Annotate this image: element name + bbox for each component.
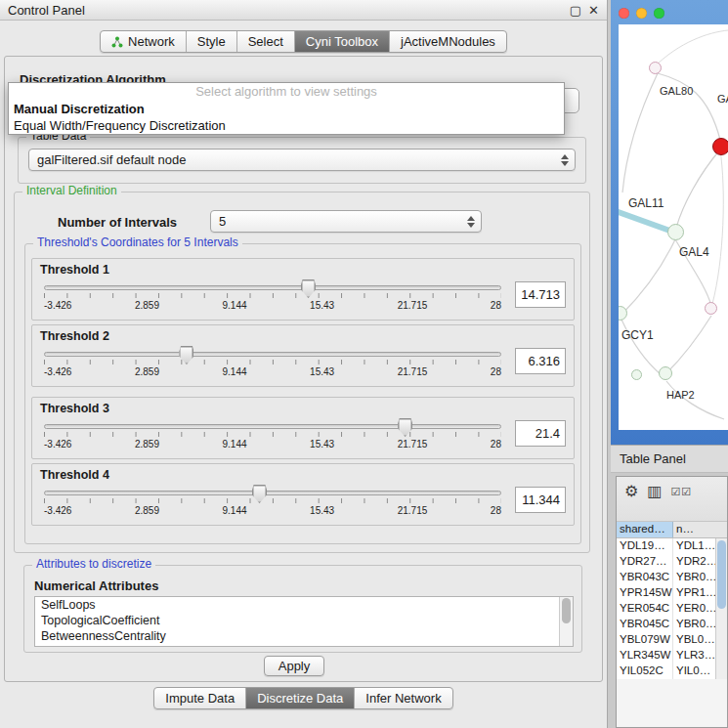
tab-network[interactable]: Network <box>101 31 187 52</box>
threshold-1-panel: Threshold 1 -3.4262.8599.14415.4321.7152… <box>31 258 575 321</box>
tab-select[interactable]: Select <box>237 31 295 52</box>
threshold-2-value-field[interactable]: 6.316 <box>515 348 566 374</box>
table-row[interactable]: YER054CYER0… <box>617 601 727 617</box>
dropdown-placeholder: Select algorithm to view settings <box>9 83 564 101</box>
threshold-4-panel: Threshold 4 -3.4262.8599.14415.4321.7152… <box>31 463 575 526</box>
threshold-4-label: Threshold 4 <box>40 468 566 482</box>
list-item[interactable]: BetweennessCentrality <box>35 628 573 644</box>
node-label: HAP2 <box>666 389 695 401</box>
tab-discretize-data[interactable]: Discretize Data <box>246 688 355 708</box>
table-scrollbar[interactable] <box>715 538 727 679</box>
attributes-list[interactable]: SelfLoops TopologicalCoefficient Between… <box>34 596 574 647</box>
table-header-row: shared… n… <box>617 522 727 538</box>
column-header-name[interactable]: n… <box>673 522 727 537</box>
table-panel-header: Table Panel <box>611 445 728 473</box>
bottom-tab-bar: Impute Data Discretize Data Infer Networ… <box>0 687 607 709</box>
list-item[interactable]: TopologicalCoefficient <box>35 613 573 628</box>
titlebar: Control Panel ▢ ✕ <box>0 0 607 21</box>
columns-icon[interactable]: ▥ <box>647 483 662 500</box>
interval-definition-title: Interval Definition <box>22 184 121 197</box>
table-panel-window: ⚙ ▥ ☑☑ shared… n… YDL19…YDL1… YDR27…YDR2… <box>616 476 728 728</box>
highlighted-network-node[interactable] <box>712 138 728 155</box>
scrollbar-thumb[interactable] <box>717 540 726 609</box>
threshold-3-value-field[interactable]: 21.4 <box>515 420 566 447</box>
slider-scale: -3.4262.8599.14415.4321.71528 <box>44 439 501 450</box>
attributes-group-title: Attributes to discretize <box>32 557 155 571</box>
threshold-4-slider[interactable] <box>44 491 501 495</box>
top-tab-bar: Network Style Select Cyni Toolbox jActiv… <box>0 30 607 53</box>
threshold-1-value-field[interactable]: 14.713 <box>515 281 566 308</box>
table-data-combobox[interactable]: galFiltered.sif default node <box>28 149 576 171</box>
node-label: GAL80 <box>660 85 693 97</box>
select-checkbox-icon[interactable]: ☑☑ <box>670 483 692 500</box>
interval-definition-group: Interval Definition Number of Intervals … <box>14 192 590 553</box>
control-panel-window: Control Panel ▢ ✕ Network Style Select C… <box>0 0 608 728</box>
tab-infer-network[interactable]: Infer Network <box>355 688 451 708</box>
list-item[interactable]: SelfLoops <box>35 597 573 613</box>
node-label: GAL4 <box>679 245 709 259</box>
scrollbar-thumb[interactable] <box>562 598 571 623</box>
numerical-attributes-label: Numerical Attributes <box>34 578 158 593</box>
column-header-shared-name[interactable]: shared… <box>617 522 673 537</box>
threshold-4-value-field[interactable]: 11.344 <box>515 487 566 513</box>
traffic-lights <box>619 8 664 19</box>
thresholds-group: Threshold's Coordinates for 5 Intervals … <box>24 243 581 544</box>
gear-icon[interactable]: ⚙ <box>624 483 638 500</box>
threshold-3-slider[interactable] <box>44 424 501 429</box>
table-row[interactable]: YBL079WYBL0… <box>617 632 727 648</box>
threshold-2-panel: Threshold 2 -3.4262.8599.14415.4321.7152… <box>31 324 575 387</box>
network-node[interactable] <box>631 369 642 380</box>
table-toolbar: ⚙ ▥ ☑☑ <box>617 477 727 522</box>
close-icon[interactable]: ✕ <box>588 4 599 17</box>
network-node[interactable] <box>705 302 717 315</box>
table-row[interactable]: YPR145WYPR1… <box>617 585 727 601</box>
node-label: GCY1 <box>621 328 654 342</box>
tab-style[interactable]: Style <box>187 31 237 52</box>
table-row[interactable]: YLR345WYLR3… <box>617 648 727 664</box>
tab-jactivemnodules[interactable]: jActiveMNodules <box>390 31 506 52</box>
table-row[interactable]: YBR045CYBR0… <box>617 617 727 632</box>
network-node[interactable] <box>659 366 672 380</box>
network-canvas[interactable]: GAL80 GA GAL11 GAL4 GCY1 HAP2 <box>619 24 728 430</box>
slider-ticks <box>44 498 501 503</box>
network-node[interactable] <box>649 62 662 74</box>
slider-ticks <box>44 432 501 437</box>
table-row[interactable]: YIL052CYIL0… <box>617 664 727 679</box>
node-label: GAL11 <box>628 196 664 210</box>
close-traffic-icon[interactable] <box>619 8 629 19</box>
table-data-group: Table Data galFiltered.sif default node <box>18 137 586 184</box>
restore-icon[interactable]: ▢ <box>570 4 581 17</box>
window-title: Control Panel <box>8 3 85 18</box>
combo-stepper-icon <box>561 150 569 170</box>
slider-ticks <box>44 360 501 364</box>
tab-cyni-toolbox[interactable]: Cyni Toolbox <box>295 31 390 52</box>
threshold-2-slider[interactable] <box>44 352 501 357</box>
table-row[interactable]: YDR27…YDR2… <box>617 554 727 570</box>
slider-scale: -3.4262.8599.14415.4321.71528 <box>44 366 501 377</box>
tab-impute-data[interactable]: Impute Data <box>154 688 246 708</box>
algorithm-dropdown-popup: Select algorithm to view settings Manual… <box>8 82 565 135</box>
attributes-scrollbar[interactable] <box>559 597 573 646</box>
number-of-intervals-combobox[interactable]: 5 <box>210 210 482 233</box>
dropdown-option-manual[interactable]: Manual Discretization <box>9 101 564 117</box>
table-panel-title: Table Panel <box>620 451 686 466</box>
slider-scale: -3.4262.8599.14415.4321.71528 <box>44 300 501 311</box>
table-row[interactable]: YBR043CYBR0… <box>617 570 727 585</box>
threshold-1-slider[interactable] <box>44 285 501 290</box>
threshold-2-label: Threshold 2 <box>40 329 566 343</box>
network-node[interactable] <box>667 224 684 240</box>
thresholds-group-title: Threshold's Coordinates for 5 Intervals <box>33 236 242 249</box>
combo-stepper-icon <box>467 211 475 232</box>
table-row[interactable]: YDL19…YDL1… <box>617 538 727 554</box>
zoom-traffic-icon[interactable] <box>654 8 664 19</box>
minimize-traffic-icon[interactable] <box>636 8 647 19</box>
node-label: GA <box>717 93 728 105</box>
apply-button[interactable]: Apply <box>264 656 324 676</box>
threshold-3-panel: Threshold 3 -3.4262.8599.14415.4321.7152… <box>31 397 575 459</box>
threshold-1-label: Threshold 1 <box>40 263 566 277</box>
threshold-3-label: Threshold 3 <box>40 402 566 415</box>
slider-ticks <box>44 293 501 298</box>
number-of-intervals-label: Number of Intervals <box>58 215 177 230</box>
dropdown-option-equal-width[interactable]: Equal Width/Frequency Discretization <box>9 117 564 134</box>
attributes-group: Attributes to discretize Numerical Attri… <box>23 565 582 653</box>
